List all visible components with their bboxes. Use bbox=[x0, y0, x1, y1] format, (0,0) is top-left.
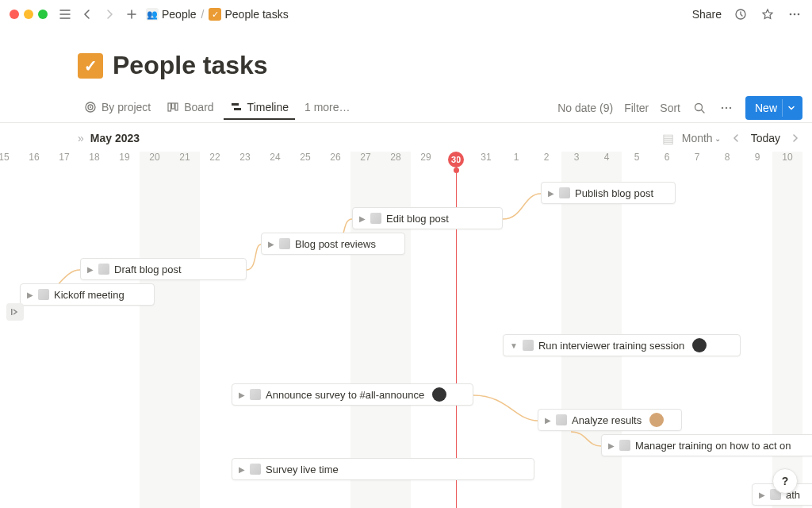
disclosure-triangle-icon[interactable]: ▶ bbox=[548, 189, 554, 198]
disclosure-triangle-icon[interactable]: ▶ bbox=[239, 465, 245, 474]
expand-sidebar-button[interactable] bbox=[6, 303, 24, 321]
svg-point-13 bbox=[722, 106, 723, 108]
share-button[interactable]: Share bbox=[692, 8, 722, 21]
breadcrumb: 👥 People / ✓ People tasks bbox=[146, 8, 289, 21]
date-cell: 22 bbox=[209, 152, 220, 163]
next-period-icon[interactable] bbox=[788, 131, 802, 145]
task-card-survey[interactable]: ▶Survey live time bbox=[232, 458, 534, 480]
svg-rect-9 bbox=[175, 103, 178, 110]
today-button[interactable]: Today bbox=[751, 132, 780, 144]
scale-label: Month bbox=[682, 132, 713, 144]
task-label: Run interviewer training session bbox=[538, 340, 684, 352]
new-page-icon[interactable] bbox=[124, 6, 140, 22]
assignee-avatar[interactable] bbox=[649, 413, 664, 427]
date-cell: 27 bbox=[360, 152, 370, 163]
expand-dates-icon[interactable]: » bbox=[78, 132, 84, 144]
task-label: Kickoff meeting bbox=[54, 289, 124, 301]
task-card-interview[interactable]: ▼Run interviewer training session bbox=[503, 334, 741, 356]
view-tab-more-label: 1 more… bbox=[304, 101, 350, 114]
task-label: Draft blog post bbox=[114, 264, 182, 275]
date-cell: 21 bbox=[179, 152, 190, 163]
nav-back-icon[interactable] bbox=[79, 6, 95, 22]
topbar: 👥 People / ✓ People tasks Share bbox=[0, 0, 812, 29]
timeline-canvas[interactable]: ▶Kickoff meeting▶Draft blog post▶Blog po… bbox=[0, 171, 812, 508]
favorite-icon[interactable] bbox=[760, 6, 776, 22]
page-icon bbox=[523, 340, 534, 351]
fullscreen-window-dot[interactable] bbox=[38, 10, 48, 19]
task-card-draft[interactable]: ▶Draft blog post bbox=[80, 258, 247, 280]
date-cell: 15 bbox=[0, 152, 10, 163]
breadcrumb-current[interactable]: ✓ People tasks bbox=[209, 8, 288, 21]
scale-selector[interactable]: Month ⌄ bbox=[682, 132, 721, 144]
view-tab-more[interactable]: 1 more… bbox=[298, 96, 357, 120]
task-card-kickoff[interactable]: ▶Kickoff meeting bbox=[20, 283, 155, 306]
date-cell: 6 bbox=[665, 152, 670, 163]
sidebar-toggle-icon[interactable] bbox=[57, 6, 73, 22]
view-tab-by-project[interactable]: By project bbox=[78, 96, 157, 120]
breadcrumb-separator: / bbox=[201, 8, 205, 21]
view-tab-label: By project bbox=[102, 101, 151, 114]
dates-row: 1516171819202122232425262728293031123456… bbox=[0, 152, 812, 171]
disclosure-triangle-icon[interactable]: ▶ bbox=[268, 240, 274, 248]
no-date-button[interactable]: No date (9) bbox=[557, 102, 613, 114]
disclosure-triangle-icon[interactable]: ▼ bbox=[510, 341, 518, 350]
assignee-avatar[interactable] bbox=[432, 387, 446, 402]
date-cell: 18 bbox=[89, 152, 99, 163]
disclosure-triangle-icon[interactable]: ▶ bbox=[87, 265, 94, 274]
svg-point-1 bbox=[790, 13, 792, 16]
date-cell: 7 bbox=[695, 152, 700, 163]
date-cell: 5 bbox=[634, 152, 640, 163]
assignee-avatar[interactable] bbox=[692, 338, 707, 352]
task-card-edit[interactable]: ▶Edit blog post bbox=[352, 207, 503, 229]
disclosure-triangle-icon[interactable]: ▶ bbox=[359, 214, 366, 223]
views-row: By project Board Timeline 1 more… No dat… bbox=[0, 80, 812, 123]
page-icon bbox=[619, 440, 630, 451]
svg-point-6 bbox=[90, 106, 91, 108]
nav-forward-icon[interactable] bbox=[102, 6, 117, 22]
close-window-dot[interactable] bbox=[10, 10, 19, 19]
breadcrumb-parent[interactable]: 👥 People bbox=[146, 8, 197, 21]
date-cell: 8 bbox=[725, 152, 730, 163]
view-options-icon[interactable] bbox=[718, 100, 734, 116]
page-title[interactable]: People tasks bbox=[113, 51, 268, 80]
chevron-down-icon: ⌄ bbox=[714, 134, 721, 143]
view-tab-board[interactable]: Board bbox=[160, 96, 220, 120]
sort-button[interactable]: Sort bbox=[660, 102, 680, 114]
task-card-publish[interactable]: ▶Publish blog post bbox=[541, 182, 676, 204]
view-tab-timeline[interactable]: Timeline bbox=[224, 96, 295, 120]
minimize-window-dot[interactable] bbox=[24, 10, 33, 19]
filter-button[interactable]: Filter bbox=[624, 102, 649, 114]
people-icon: 👥 bbox=[146, 8, 159, 21]
date-cell: 17 bbox=[59, 152, 69, 163]
checkbox-icon: ✓ bbox=[209, 8, 221, 21]
new-button[interactable]: New bbox=[745, 96, 802, 120]
date-cell: 29 bbox=[420, 152, 431, 163]
disclosure-triangle-icon[interactable]: ▶ bbox=[759, 491, 765, 499]
calendar-icon[interactable]: ▤ bbox=[662, 131, 674, 146]
disclosure-triangle-icon[interactable]: ▶ bbox=[608, 441, 615, 450]
help-button[interactable]: ? bbox=[772, 468, 798, 494]
disclosure-triangle-icon[interactable]: ▶ bbox=[545, 416, 551, 425]
updates-icon[interactable] bbox=[733, 6, 749, 22]
task-label: Announce survey to #all-announce bbox=[266, 389, 424, 401]
page-icon[interactable]: ✓ bbox=[78, 53, 103, 79]
chevron-down-icon[interactable] bbox=[782, 99, 799, 117]
window-traffic-lights bbox=[10, 10, 48, 19]
disclosure-triangle-icon[interactable]: ▶ bbox=[239, 391, 245, 399]
page-icon bbox=[250, 389, 261, 400]
svg-rect-16 bbox=[11, 309, 13, 315]
task-card-announce[interactable]: ▶Announce survey to #all-announce bbox=[232, 383, 473, 406]
task-card-analyze[interactable]: ▶Analyze results bbox=[538, 409, 682, 431]
page-icon bbox=[250, 464, 261, 475]
more-icon[interactable] bbox=[787, 6, 802, 22]
new-button-label: New bbox=[755, 102, 777, 114]
date-cell: 1 bbox=[514, 152, 519, 163]
task-card-manager[interactable]: ▶Manager training on how to act on bbox=[601, 434, 812, 456]
views-right: No date (9) Filter Sort New bbox=[557, 96, 802, 120]
page-icon bbox=[370, 213, 381, 224]
task-card-reviews[interactable]: ▶Blog post reviews bbox=[261, 233, 405, 255]
search-icon[interactable] bbox=[691, 100, 707, 116]
date-cell: 25 bbox=[300, 152, 310, 163]
prev-period-icon[interactable] bbox=[729, 131, 743, 145]
disclosure-triangle-icon[interactable]: ▶ bbox=[27, 291, 33, 299]
